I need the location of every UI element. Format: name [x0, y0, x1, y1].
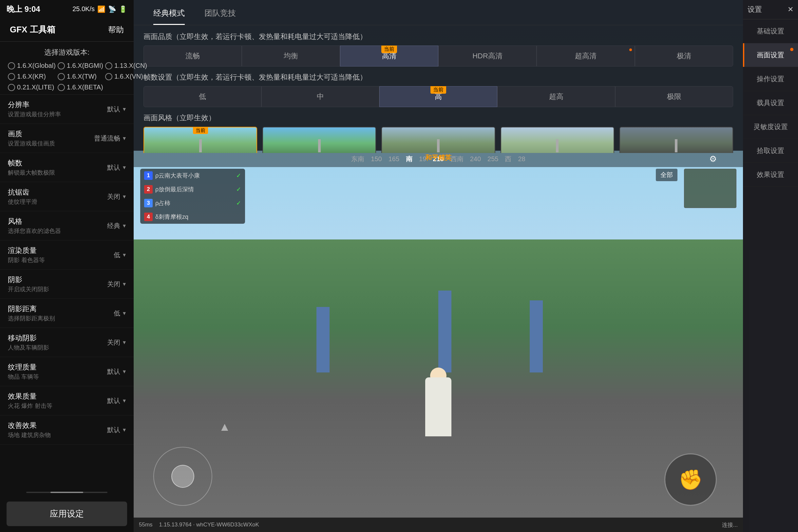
sidebar-pickup-label: 拾取设置: [757, 146, 784, 155]
chevron-icon-10: ▾: [123, 368, 126, 375]
version-tw[interactable]: 1.6.X(TW): [58, 73, 103, 80]
setting-shadowdist-name: 阴影距离: [8, 304, 55, 314]
pillar-3: [530, 300, 543, 373]
framerate-title: 帧数设置（立即生效，若运行卡顿、发热量和耗电量过大可适当降低）: [144, 72, 733, 82]
framerate-options: 低 中 当前 高 超高 极限: [144, 86, 733, 107]
sidebar-item-sensitivity[interactable]: 灵敏度设置: [743, 115, 798, 139]
setting-texture-value: 默认: [107, 367, 120, 376]
quality-extreme[interactable]: 极清: [635, 45, 733, 66]
sidebar-vehicle-label: 载具设置: [757, 98, 784, 108]
radio-lite[interactable]: [8, 84, 15, 91]
setting-render[interactable]: 渲染质量 阴影 着色器等 低 ▾: [0, 241, 134, 270]
quality-hd[interactable]: 当前 高清: [340, 45, 438, 66]
char-body: [425, 377, 451, 436]
setting-style-value: 经典: [107, 222, 120, 230]
chevron-icon-11: ▾: [123, 397, 126, 404]
framerate-section: 帧数设置（立即生效，若运行卡顿、发热量和耗电量过大可适当降低） 低 中 当前 高…: [144, 72, 733, 107]
scrollbar[interactable]: [26, 492, 108, 493]
setting-shadow-dist[interactable]: 阴影距离 选择阴影距离极别 低 ▾: [0, 299, 134, 328]
version-beta[interactable]: 1.6.X(BETA): [58, 83, 103, 91]
quality-hdr[interactable]: HDR高清: [438, 45, 537, 66]
tab-classic[interactable]: 经典模式: [144, 0, 195, 25]
pillar-2: [438, 290, 451, 373]
setting-antialias-value: 关闭: [107, 192, 120, 201]
version-lite-label: 0.21.X(LITE): [17, 83, 54, 91]
chevron-icon-9: ▾: [123, 339, 126, 346]
sidebar-item-vehicle[interactable]: 载具设置: [743, 91, 798, 115]
graphics-style-section: 画面风格（立即生效） 当前 经典 鲜艳: [144, 113, 733, 153]
setting-improve-name: 改善效果: [8, 421, 51, 431]
close-icon[interactable]: ✕: [787, 5, 793, 14]
setting-texture-name: 纹理质量: [8, 362, 39, 372]
status-time: 晚上 9:04: [6, 4, 40, 14]
setting-resolution-value: 默认: [107, 105, 120, 114]
setting-shadow[interactable]: 阴影 开启或关闭阴影 关闭 ▾: [0, 270, 134, 299]
version-bgmi[interactable]: 1.6.X(BGMI): [58, 62, 103, 70]
settings-tabs: 经典模式 团队竞技: [134, 0, 743, 25]
radio-cn[interactable]: [105, 62, 112, 70]
chevron-icon-4: ▾: [123, 193, 126, 200]
fps-medium[interactable]: 中: [261, 86, 379, 107]
setting-quality-name: 画质: [8, 129, 55, 139]
style-soft[interactable]: 柔和: [500, 127, 614, 153]
chevron-icon-12: ▾: [123, 426, 126, 433]
radio-beta[interactable]: [58, 84, 65, 91]
style-classic[interactable]: 当前 经典: [144, 127, 257, 153]
fps-low[interactable]: 低: [144, 86, 261, 107]
setting-style-desc: 选择您喜欢的滤色器: [8, 227, 61, 235]
setting-texture[interactable]: 纹理质量 物品 车辆等 默认 ▾: [0, 357, 134, 386]
setting-antialias-desc: 使纹理平滑: [8, 198, 37, 206]
setting-effects-desc: 火花 爆炸 射击等: [8, 402, 52, 410]
radio-bgmi[interactable]: [58, 62, 65, 70]
setting-render-name: 渲染质量: [8, 246, 45, 255]
version-tw-label: 1.6.X(TW): [67, 73, 97, 80]
style-vivid[interactable]: 鲜艳: [262, 127, 376, 153]
version-lite[interactable]: 0.21.X(LITE): [8, 83, 56, 91]
setting-antialias-name: 抗锯齿: [8, 187, 37, 197]
setting-quality[interactable]: 画质 设置游戏最佳画质 普通流畅 ▾: [0, 124, 134, 153]
radio-vn[interactable]: [105, 73, 112, 80]
setting-resolution[interactable]: 分辨率 设置游戏最佳分辨率 默认 ▾: [0, 95, 134, 124]
version-section: 选择游戏版本: 1.6.X(Global) 1.6.X(BGMI) 1.13.X…: [0, 42, 134, 95]
setting-improve-value: 默认: [107, 425, 120, 434]
setting-effects[interactable]: 效果质量 火花 爆炸 射击等 默认 ▾: [0, 386, 134, 415]
tab-team[interactable]: 团队竞技: [195, 0, 246, 25]
version-vn[interactable]: 1.6.X(VN): [105, 73, 147, 80]
version-cn[interactable]: 1.13.X(CN): [105, 62, 147, 70]
setting-fps[interactable]: 帧数 解锁最大帧数极限 默认 ▾: [0, 153, 134, 182]
setting-antialias[interactable]: 抗锯齿 使纹理平滑 关闭 ▾: [0, 182, 134, 211]
apply-button[interactable]: 应用设定: [6, 501, 127, 526]
version-global[interactable]: 1.6.X(Global): [8, 62, 56, 70]
chevron-icon: ▾: [123, 106, 126, 113]
quality-smooth[interactable]: 流畅: [144, 45, 242, 66]
fps-extreme[interactable]: 极限: [615, 86, 733, 107]
sidebar-header: 设置 ✕: [743, 0, 798, 19]
setting-style[interactable]: 风格 选择您喜欢的滤色器 经典 ▾: [0, 211, 134, 241]
sidebar-item-effects[interactable]: 效果设置: [743, 163, 798, 187]
sidebar-item-controls[interactable]: 操作设置: [743, 67, 798, 91]
fps-high[interactable]: 当前 高: [379, 86, 497, 107]
radio-kr[interactable]: [8, 73, 15, 80]
setting-improve[interactable]: 改善效果 场地 建筑房杂物 默认 ▾: [0, 415, 134, 444]
setting-style-name: 风格: [8, 216, 61, 226]
radio-global[interactable]: [8, 62, 15, 70]
current-badge-quality: 当前: [381, 45, 397, 53]
style-realistic[interactable]: 写实: [381, 127, 495, 153]
style-cinematic[interactable]: 电影: [620, 127, 733, 153]
setting-moving-shadow[interactable]: 移动阴影 人物及车辆阴影 关闭 ▾: [0, 328, 134, 357]
sidebar-item-basic[interactable]: 基础设置: [743, 19, 798, 43]
help-button[interactable]: 帮助: [108, 24, 124, 35]
setting-render-desc: 阴影 着色器等: [8, 256, 45, 264]
sidebar-item-display[interactable]: 画面设置: [743, 43, 798, 67]
graphics-style-title: 画面风格（立即生效）: [144, 113, 733, 123]
chevron-icon-3: ▾: [123, 164, 126, 171]
sidebar-item-pickup[interactable]: 拾取设置: [743, 139, 798, 163]
radio-tw[interactable]: [58, 73, 65, 80]
setting-resolution-desc: 设置游戏最佳分辨率: [8, 110, 61, 118]
quality-balanced[interactable]: 均衡: [242, 45, 340, 66]
quality-ultrahd[interactable]: 超高清: [537, 45, 635, 66]
settings-content: 画面品质（立即生效，若运行卡顿、发热量和耗电量过大可适当降低） 流畅 均衡 当前…: [134, 25, 743, 153]
version-bgmi-label: 1.6.X(BGMI): [67, 62, 103, 70]
fps-ultrahigh[interactable]: 超高: [497, 86, 615, 107]
version-kr[interactable]: 1.6.X(KR): [8, 73, 56, 80]
